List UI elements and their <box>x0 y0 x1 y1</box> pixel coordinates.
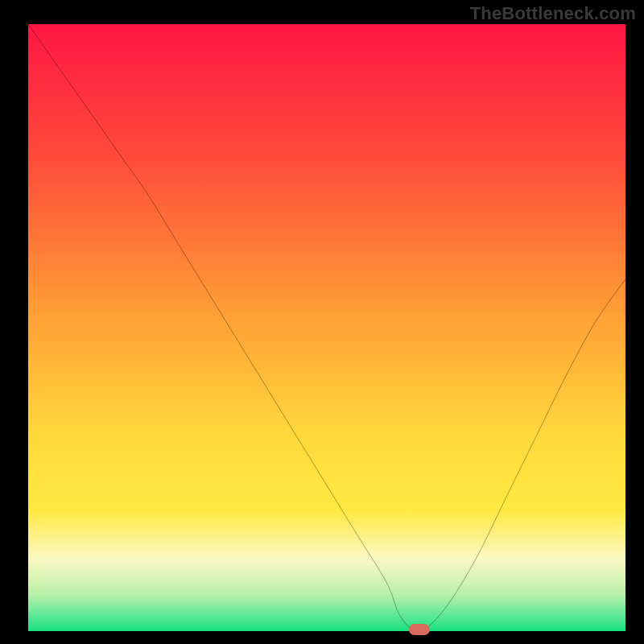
gradient-background <box>28 24 625 631</box>
plot-area <box>28 24 625 631</box>
optimum-marker <box>409 624 430 635</box>
attribution-watermark: TheBottleneck.com <box>470 3 636 24</box>
plot-svg <box>28 24 625 631</box>
chart-container: TheBottleneck.com <box>0 0 644 644</box>
